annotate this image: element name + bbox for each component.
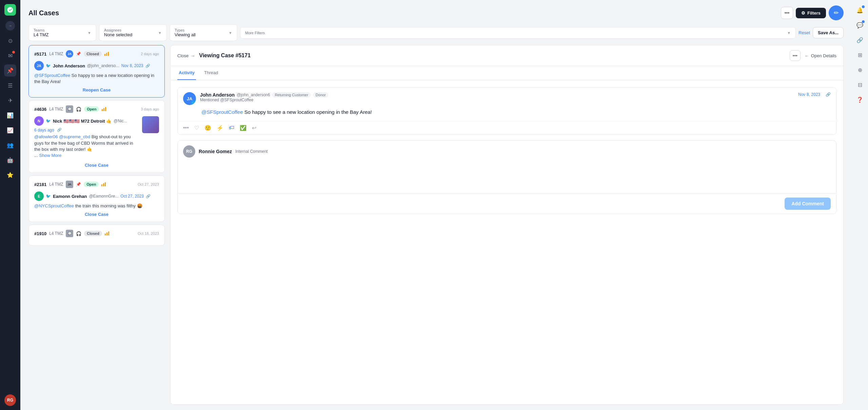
close-case-button[interactable]: Close Case (34, 163, 159, 168)
mention-link[interactable]: @afowler06 (34, 134, 58, 139)
case-card[interactable]: #5171 L4 TMZ JA 📌 Closed 2 days ago JA 🐦 (28, 45, 165, 98)
case-assignee-avatar: JA (66, 181, 73, 188)
split-layout: #5171 L4 TMZ JA 📌 Closed 2 days ago JA 🐦 (20, 45, 852, 410)
resolve-button[interactable]: ✅ (240, 125, 246, 131)
nav-dashboard[interactable]: ⊙ (4, 35, 16, 47)
message-card: JA 🐦 John Anderson @john_anderson6 Retur… (177, 87, 836, 135)
filter-icon: ⚙ (801, 11, 805, 16)
case-user-with-img: N 🐦 Nick 🇺🇸🇺🇸🇺🇸 M72 Detroit 🤙 @Nic... 6 … (34, 116, 159, 161)
mention-link[interactable]: @SFSproutCoffee (34, 73, 70, 78)
nav-analytics[interactable]: 📈 (4, 124, 16, 136)
plus-icon[interactable]: ⊕ (854, 64, 866, 76)
nav-chart-bar[interactable]: 📊 (4, 109, 16, 121)
grid-icon[interactable]: ⊞ (854, 49, 866, 61)
help-icon[interactable]: ❓ (854, 94, 866, 106)
main-content: All Cases ••• ⚙ Filters ✏ Teams L4 TMZ ▼… (20, 0, 852, 410)
more-options-button[interactable]: ••• (790, 50, 801, 61)
case-card[interactable]: #2181 L4 TMZ JA 📌 Open Oct 27, 2023 E 🐦 … (28, 176, 165, 222)
mention-link[interactable]: @NYCSproutCoffee (34, 203, 74, 208)
internal-comment-card: RG Ronnie Gomez Internal Comment Add Com… (177, 140, 836, 214)
teams-filter[interactable]: Teams L4 TMZ ▼ (28, 24, 96, 41)
nav-send[interactable]: ✈ (4, 94, 16, 106)
priority-indicator (104, 52, 109, 56)
case-username: John Anderson (53, 63, 85, 68)
arrow-left-icon: ← (805, 53, 809, 58)
mention-link[interactable]: @supreme_cbd (59, 134, 90, 139)
close-case-button[interactable]: Close Case (34, 212, 159, 217)
headset-icon: 🎧 (76, 107, 81, 112)
link-icon: 🔗 (57, 128, 62, 132)
app-logo[interactable] (4, 4, 16, 16)
add-comment-button[interactable]: Add Comment (785, 198, 831, 210)
reply-button[interactable]: ↩ (252, 125, 256, 131)
case-time: 2 days ago (141, 52, 159, 56)
case-id: #2181 (34, 182, 46, 187)
assignees-filter[interactable]: Assignees None selected ▼ (99, 24, 167, 41)
teams-value: L4 TMZ (34, 32, 85, 37)
nav-star[interactable]: ⭐ (4, 169, 16, 181)
tag-button[interactable]: 🏷 (229, 125, 234, 131)
link-icon: 🔗 (826, 92, 831, 97)
nav-expand-button[interactable]: → (5, 21, 15, 30)
teams-label: Teams (34, 28, 85, 32)
case-team: L4 TMZ (49, 52, 63, 56)
case-date: Nov 8, 2023 (121, 63, 143, 68)
page-header: All Cases ••• ⚙ Filters ✏ (20, 0, 852, 20)
user-avatar[interactable]: RG (4, 394, 16, 406)
reset-button[interactable]: Reset (798, 30, 810, 35)
pin-icon: 📌 (76, 182, 81, 187)
case-assignee-avatar: 💬 (66, 230, 73, 237)
case-card[interactable]: #1910 L4 TMZ 💬 🎧 Closed Oct 18, 2023 (28, 225, 165, 246)
chat-icon[interactable]: 💬 (854, 19, 866, 31)
nav-list[interactable]: ☰ (4, 79, 16, 91)
case-image (142, 116, 159, 133)
open-details-button[interactable]: ← Open Details (805, 53, 836, 58)
table-icon[interactable]: ⊟ (854, 79, 866, 91)
detail-panel: Close → Viewing Case #5171 ••• ← Open De… (170, 45, 844, 405)
twitter-icon: 🐦 (46, 119, 51, 123)
priority-indicator (105, 231, 109, 235)
message-header: JA 🐦 John Anderson @john_anderson6 Retur… (178, 87, 836, 108)
user-avatar-sm: N (34, 116, 44, 126)
compose-button[interactable]: ✏ (829, 5, 844, 20)
nav-inbox[interactable]: ✉ (4, 49, 16, 62)
message-handle: @john_anderson6 (237, 93, 270, 97)
twitter-icon: 🐦 (46, 63, 51, 68)
close-button[interactable]: Close → (177, 53, 195, 58)
mention-link[interactable]: @SFSproutCoffee (201, 109, 243, 115)
page-title: All Cases (28, 9, 59, 17)
more-options-button[interactable]: ••• (781, 7, 793, 19)
comment-avatar: RG (183, 145, 195, 158)
case-date: Oct 27, 2023 (120, 194, 144, 199)
nav-team[interactable]: 👥 (4, 139, 16, 151)
filters-button[interactable]: ⚙ Filters (796, 8, 826, 18)
case-handle: @EamonnGre... (89, 194, 118, 199)
status-badge: Open (84, 182, 99, 187)
internal-comment-body[interactable] (178, 161, 836, 193)
reopen-case-button[interactable]: Reopen Case (34, 87, 159, 93)
lightning-button[interactable]: ⚡ (217, 125, 223, 131)
nav-bot[interactable]: 🤖 (4, 154, 16, 166)
tab-activity[interactable]: Activity (177, 66, 196, 80)
status-badge: Closed (84, 51, 102, 57)
like-button[interactable]: ♡ (194, 125, 199, 131)
types-filter[interactable]: Types Viewing all ▼ (170, 24, 237, 41)
message-user-info: John Anderson @john_anderson6 Returning … (200, 92, 794, 102)
pin-icon: 📌 (76, 52, 81, 56)
types-value: Viewing all (175, 32, 226, 37)
arrow-right-icon: → (191, 53, 195, 58)
nav-pin[interactable]: 📌 (4, 64, 16, 77)
case-card[interactable]: #4636 L4 TMZ 💬 🎧 Open 3 days ago N 🐦 (28, 100, 165, 173)
show-more-button[interactable]: Show More (39, 153, 61, 158)
link-icon[interactable]: 🔗 (854, 34, 866, 46)
emoji-button[interactable]: 🙂 (204, 125, 211, 131)
comment-type: Internal Comment (235, 149, 268, 154)
save-as-button[interactable]: Save As... (813, 27, 844, 38)
more-actions-button[interactable]: ••• (183, 125, 189, 131)
more-filters[interactable]: More Filters ▼ (240, 27, 796, 39)
right-sidebar: 🔔 💬 🔗 ⊞ ⊕ ⊟ ❓ (852, 0, 868, 410)
twitter-badge: 🐦 (191, 100, 196, 105)
tab-thread[interactable]: Thread (203, 66, 219, 80)
case-id: #4636 (34, 107, 46, 112)
notifications-icon[interactable]: 🔔 (854, 4, 866, 16)
